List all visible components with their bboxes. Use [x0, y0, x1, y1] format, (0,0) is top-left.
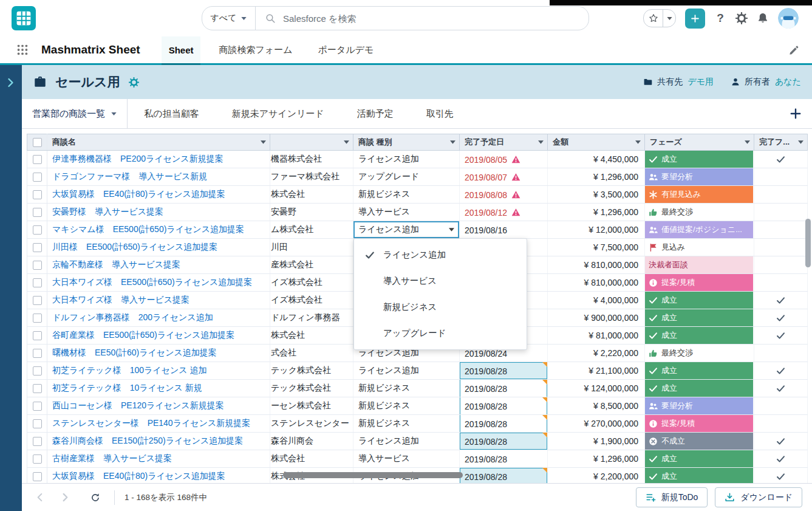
select-all-checkbox[interactable]	[33, 138, 42, 147]
type-cell[interactable]: 導入サービス	[353, 204, 460, 221]
opportunity-name-cell[interactable]: マキシマム様 EE500(計650)ライセンス追加提案	[47, 221, 270, 239]
bell-icon[interactable]	[757, 12, 769, 24]
dropdown-option[interactable]: 導入サービス	[354, 268, 527, 294]
view-tab-active[interactable]: 営業部の商談一覧	[22, 99, 128, 128]
opportunity-link[interactable]: 川田様 EE500(計650)ライセンス追加提案	[52, 242, 217, 252]
opportunity-link[interactable]: 古樹産業様 導入サービス提案	[52, 453, 172, 463]
amount-cell[interactable]: ¥ 1,296,000	[548, 204, 645, 221]
row-checkbox-cell[interactable]	[27, 309, 47, 327]
type-cell[interactable]: アップグレード	[353, 168, 460, 186]
row-checkbox[interactable]	[33, 173, 42, 182]
account-cell[interactable]: 産株式会社	[270, 256, 353, 274]
account-cell[interactable]: テック株式会社	[270, 380, 353, 397]
view-tab[interactable]: 新規未アサインリード	[216, 99, 341, 128]
done-cell[interactable]	[754, 309, 808, 327]
date-cell[interactable]: 2019/08/28	[460, 397, 548, 415]
account-cell[interactable]: 株式会社	[270, 327, 353, 345]
row-checkbox[interactable]	[33, 366, 42, 376]
done-cell[interactable]	[754, 221, 808, 239]
amount-cell[interactable]: ¥ 21,100,000	[548, 362, 645, 380]
type-cell[interactable]: 導入サービス	[353, 450, 460, 468]
opportunity-link[interactable]: ステンレスセンター様 PE140ライセンス新規提案	[52, 418, 250, 428]
opportunity-name-cell[interactable]: 京輪不動産様 導入サービス提案	[47, 256, 270, 274]
amount-cell[interactable]: ¥ 7,500,000	[548, 239, 645, 256]
search-input[interactable]	[283, 13, 589, 24]
date-cell[interactable]: 2019/08/28	[460, 362, 548, 380]
amount-cell[interactable]: ¥ 3,500,000	[548, 186, 645, 204]
phase-cell[interactable]: 最終交渉	[645, 345, 754, 362]
done-cell[interactable]	[754, 186, 808, 204]
account-cell[interactable]: 株式会社	[270, 450, 353, 468]
phase-cell[interactable]: 決裁者面談	[645, 256, 754, 274]
new-todo-button[interactable]: 新規ToDo	[636, 487, 708, 507]
row-checkbox-cell[interactable]	[27, 186, 47, 204]
done-cell[interactable]	[754, 433, 808, 450]
done-cell[interactable]	[754, 450, 808, 468]
phase-cell[interactable]: 成立	[645, 151, 754, 168]
phase-cell[interactable]: 成立	[645, 309, 754, 327]
row-checkbox-cell[interactable]	[27, 204, 47, 221]
date-cell[interactable]: 2019/08/28	[460, 450, 548, 468]
row-checkbox-cell[interactable]	[27, 380, 47, 397]
opportunity-link[interactable]: ドルフィン事務器様 200ライセンス追加	[52, 312, 213, 322]
row-checkbox-cell[interactable]	[27, 327, 47, 345]
account-cell[interactable]: 株式会社	[270, 186, 353, 204]
vertical-scrollbar-thumb[interactable]	[805, 219, 811, 267]
done-cell[interactable]	[754, 415, 808, 433]
account-cell[interactable]: ステンレスセンター	[270, 415, 353, 433]
opportunity-link[interactable]: 大日本ワイズ様 EE500(計650)ライセンス追加提案	[52, 277, 252, 287]
amount-cell[interactable]: ¥ 1,296,000	[548, 450, 645, 468]
help-icon[interactable]	[714, 12, 726, 25]
amount-cell[interactable]: ¥ 81,000,000	[548, 327, 645, 345]
expand-panel-chevron-icon[interactable]	[7, 78, 15, 87]
opportunity-link[interactable]: 安曇野様 導入サービス提案	[52, 207, 163, 216]
done-cell[interactable]	[754, 204, 808, 221]
amount-cell[interactable]: ¥ 2,200,000	[548, 468, 645, 484]
account-cell[interactable]: ドルフィン事務器	[270, 309, 353, 327]
tab-opportunity-search-form[interactable]: 商談検索フォーム	[211, 36, 299, 63]
date-cell[interactable]: 2019/08/28	[460, 468, 548, 484]
tab-sheet[interactable]: Sheet	[162, 36, 201, 63]
phase-cell[interactable]: 有望見込み	[645, 186, 754, 204]
opportunity-name-cell[interactable]: 伊達事務機器様 PE200ライセンス新規提案	[47, 151, 270, 168]
phase-cell[interactable]: 見込み	[645, 239, 754, 256]
phase-cell[interactable]: 提案/見積	[645, 274, 754, 292]
filter-caret-icon[interactable]	[261, 140, 266, 144]
done-cell[interactable]	[754, 380, 808, 397]
phase-cell[interactable]: 最終交渉	[645, 204, 754, 221]
row-checkbox-cell[interactable]	[27, 433, 47, 450]
sheet-settings-gear-icon[interactable]	[129, 77, 139, 87]
amount-cell[interactable]: ¥ 124,000,000	[548, 380, 645, 397]
date-cell[interactable]: 2019/08/05	[460, 151, 548, 168]
search-scope-selector[interactable]: すべて	[202, 7, 256, 30]
account-cell[interactable]: 式会社	[270, 345, 353, 362]
account-cell[interactable]: イズ株式会社	[270, 274, 353, 292]
filter-caret-icon[interactable]	[745, 140, 750, 144]
opportunity-name-cell[interactable]: ドルフィン事務器様 200ライセンス追加	[47, 309, 270, 327]
account-cell[interactable]: 森谷川商会	[270, 433, 353, 450]
account-cell[interactable]: ーセン株式会社	[270, 397, 353, 415]
opportunity-link[interactable]: 森谷川商会様 EE150(計250)ライセンス追加提案	[52, 436, 243, 445]
type-cell[interactable]: ライセンス追加	[353, 362, 460, 380]
dropdown-option[interactable]: アップグレード	[354, 320, 527, 346]
done-cell[interactable]	[754, 397, 808, 415]
add-view-tab-plus-icon[interactable]	[790, 108, 802, 120]
opportunity-link[interactable]: 大日本ワイズ様 導入サービス提案	[52, 295, 189, 304]
opportunity-link[interactable]: 大坂貿易様 EE40(計80)ライセンス追加提案	[52, 189, 225, 199]
type-cell[interactable]: 新規ビジネス	[353, 397, 460, 415]
type-cell[interactable]: ライセンス追加	[353, 151, 460, 168]
row-checkbox[interactable]	[33, 419, 42, 428]
done-cell[interactable]	[754, 292, 808, 309]
opportunity-name-cell[interactable]: 大坂貿易様 EE40(計80)ライセンス追加提案	[47, 468, 270, 484]
opportunity-name-cell[interactable]: 曙機材様 EE50(計60)ライセンス追加提案	[47, 345, 270, 362]
date-cell[interactable]: 2019/08/28	[460, 380, 548, 397]
type-cell[interactable]: 新規ビジネス	[353, 186, 460, 204]
filter-caret-icon[interactable]	[635, 140, 641, 144]
amount-cell[interactable]: ¥ 8,500,000	[548, 397, 645, 415]
view-tab[interactable]: 活動予定	[341, 99, 410, 128]
done-cell[interactable]	[754, 274, 808, 292]
opportunity-name-cell[interactable]: ドラゴンファーマ様 導入サービス新規	[47, 168, 270, 186]
phase-cell[interactable]: 成立	[645, 468, 754, 484]
amount-cell[interactable]: ¥ 2,220,000	[548, 345, 645, 362]
amount-cell[interactable]: ¥ 900,000,000	[548, 309, 645, 327]
